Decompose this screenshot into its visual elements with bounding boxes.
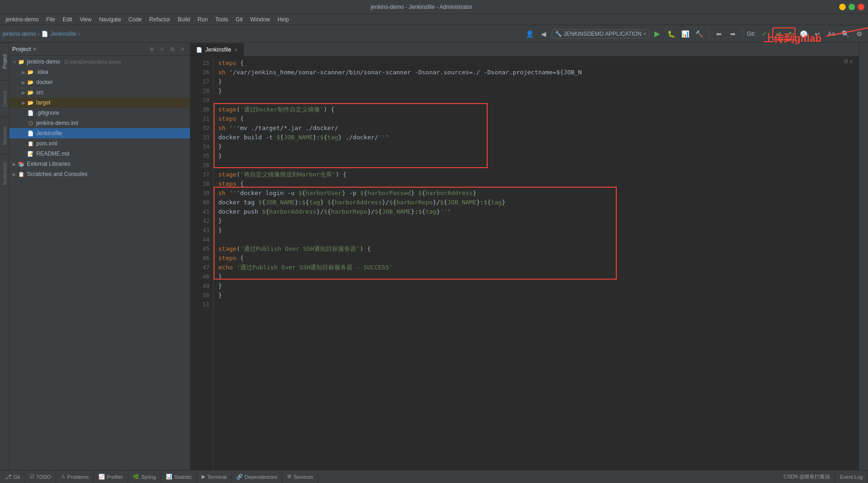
commit-tab[interactable]: Commit [0,80,9,117]
tab-close-button[interactable]: ✕ [234,47,238,52]
tree-item-readme[interactable]: 📝 README.md [9,149,190,159]
close-button[interactable] [858,4,864,10]
tree-item-target[interactable]: ▶ 📂 target [9,98,190,108]
panel-header: Project ▾ ⊕ ≡ ⚙ ✕ [9,43,190,56]
menu-git[interactable]: Git [232,15,246,24]
menu-file[interactable]: File [42,15,59,24]
tree-item-docker[interactable]: ▶ 📂 docker [9,77,190,87]
breadcrumb-project[interactable]: jenkins-demo [3,31,36,37]
code-line: docker tag ${JOB_NAME}:${tag} ${harborAd… [218,198,859,207]
code-line [218,235,859,244]
problems-icon: ⚠ [61,474,65,480]
git-push-button[interactable]: ↗ [784,29,794,39]
panel-collapse-button[interactable]: ≡ [157,45,167,54]
run-button[interactable]: ▶ [651,28,663,40]
coverage-button[interactable]: 📊 [679,28,691,40]
tree-item-jenkinsfile[interactable]: 📄 Jenkinsfile [9,128,190,138]
bookmarks-tab[interactable]: Bookmarks [0,154,9,191]
panel-title: Project ▾ [12,46,36,52]
event-log-label: Event Log [840,474,863,480]
menu-code[interactable]: Code [125,15,146,24]
git-commit-button[interactable]: ✓ [774,29,784,39]
run-config[interactable]: 🔧 JENKINSDEMO APPLICATION ▾ [552,29,650,39]
tab-icon: 📄 [196,47,202,53]
search-button[interactable]: 🔍 [839,28,851,40]
terminal-icon: ▶ [202,474,205,480]
panel-settings-button[interactable]: ⚙ [168,45,177,54]
user-button[interactable]: 👤 [524,28,536,40]
line-number: 30 [190,105,213,114]
bottom-todo[interactable]: ☑ TODO [25,470,56,483]
menu-edit[interactable]: Edit [59,15,76,24]
debug-button[interactable]: 🐛 [665,28,677,40]
menu-run[interactable]: Run [194,15,211,24]
bottom-statistic[interactable]: 📊 Statistic [161,470,197,483]
editor-tab-jenkinsfile[interactable]: 📄 Jenkinsfile ✕ [190,43,244,56]
line-number: 45 [190,244,213,254]
tree-item-iml[interactable]: ⬡ jenkins-demo.iml [9,118,190,128]
menu-help[interactable]: Help [274,15,293,24]
menu-navigate[interactable]: Navigate [95,15,124,24]
line-number: 33 [190,133,213,142]
line-number: 50 [190,291,213,300]
profiler-label: Profiler [107,474,123,480]
tree-item-pom[interactable]: 📋 pom.xml [9,138,190,149]
line-number: 38 [190,179,213,189]
dependencies-label: Dependencies [245,474,277,480]
folder-icon: 📂 [27,89,34,96]
tree-item-idea[interactable]: ▶ 📂 .idea [9,67,190,77]
bottom-dependencies[interactable]: 🔗 Dependencies [232,470,282,483]
bottom-csdn[interactable]: CSDN @摸鱼打酱油 [779,470,835,483]
translate-button[interactable]: Aa [825,28,837,40]
code-editor[interactable]: steps { sh '/var/jenkins_home/sonar-scan… [214,57,859,470]
tree-item-root[interactable]: ▾ 📁 jenkins-demo D:\ideaDev\jenkins-demo [9,57,190,67]
menu-build[interactable]: Build [174,15,194,24]
panel-dropdown-icon[interactable]: ▾ [33,46,36,52]
code-line: steps { [218,114,859,124]
tree-item-src[interactable]: ▶ 📂 src [9,87,190,98]
statistic-label: Statistic [174,474,192,480]
structure-tab[interactable]: Structure [0,117,9,154]
panel-locate-button[interactable]: ⊕ [147,45,157,54]
breadcrumb-sep2: › [78,31,80,37]
tree-item-gitignore[interactable]: 📄 .gitignore [9,108,190,118]
bottom-services[interactable]: ⚙ Services [282,470,318,483]
settings-button[interactable]: ⚙ [853,28,865,40]
nav-back-button[interactable]: ⬅ [713,28,725,40]
code-container[interactable]: ⟨8 ∧ 25262728293031323334353637383940414… [190,57,859,470]
project-tab[interactable]: Project [0,43,9,80]
git-bottom-label: Git [13,474,20,480]
menu-jenkins-demo[interactable]: jenkins-demo [2,15,42,24]
menu-window[interactable]: Window [247,15,274,24]
tree-item-libraries[interactable]: ▶ 📚 External Libraries [9,159,190,169]
back-button[interactable]: ◀ [538,28,550,40]
bottom-problems[interactable]: ⚠ Problems [56,470,94,483]
build-button[interactable]: 🔨 [693,28,705,40]
code-line [218,96,859,105]
breadcrumb-file[interactable]: Jenkinsfile [50,31,76,37]
tree-item-scratches[interactable]: ▶ 📋 Scratches and Consoles [9,169,190,179]
bottom-terminal[interactable]: ▶ Terminal [197,470,232,483]
line-number: 41 [190,207,213,216]
code-line: sh '/var/jenkins_home/sonar-scanner/bin/… [218,68,859,77]
menu-refactor[interactable]: Refactor [145,15,174,24]
menu-tools[interactable]: Tools [211,15,232,24]
menu-view[interactable]: View [76,15,95,24]
panel-close-button[interactable]: ✕ [178,45,187,54]
expand-icon: ▶ [20,79,27,85]
maximize-button[interactable] [848,4,855,10]
project-icon: 📁 [18,58,25,65]
history-button[interactable]: 🕐 [797,28,809,40]
bottom-profiler[interactable]: 📈 Profiler [94,470,128,483]
minimize-button[interactable] [839,4,846,10]
git-check-button[interactable]: ✓ [758,28,770,40]
bottom-spring[interactable]: 🌿 Spring [128,470,161,483]
bottom-event-log[interactable]: Event Log [835,470,868,483]
undo-button[interactable]: ↩ [811,28,823,40]
code-line: steps { [218,254,859,263]
nav-forward-button[interactable]: ➡ [727,28,739,40]
spring-label: Spring [141,474,156,480]
line-number: 40 [190,198,213,207]
line-number: 49 [190,281,213,291]
bottom-git[interactable]: ⎇ Git [0,470,25,483]
